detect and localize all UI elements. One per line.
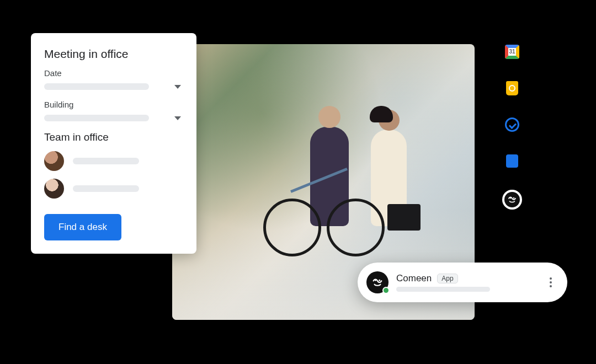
app-name: Comeen xyxy=(396,273,432,284)
placeholder xyxy=(44,83,149,90)
comeen-icon[interactable] xyxy=(502,190,522,210)
date-label: Date xyxy=(44,68,183,78)
avatar xyxy=(44,151,64,171)
building-label: Building xyxy=(44,100,183,109)
comeen-app-avatar xyxy=(366,271,389,293)
contacts-icon[interactable] xyxy=(504,153,520,169)
svg-point-1 xyxy=(513,197,514,199)
presence-dot-icon xyxy=(382,287,390,294)
comeen-chat-pill[interactable]: Comeen App xyxy=(358,263,567,302)
side-panel-rail: 31 xyxy=(501,44,523,210)
team-row xyxy=(44,179,183,199)
meeting-card: Meeting in office Date Building Team in … xyxy=(31,33,196,254)
calendar-icon[interactable]: 31 xyxy=(504,44,520,60)
card-title: Meeting in office xyxy=(44,47,183,61)
building-dropdown[interactable] xyxy=(44,115,183,121)
bag-figure xyxy=(387,204,421,231)
team-heading: Team in office xyxy=(44,131,183,143)
chevron-down-icon xyxy=(174,85,181,89)
placeholder xyxy=(44,115,149,121)
team-row xyxy=(44,151,183,171)
placeholder xyxy=(73,185,139,192)
date-dropdown[interactable] xyxy=(44,83,183,90)
app-badge: App xyxy=(437,274,457,283)
avatar xyxy=(44,179,64,199)
more-options-button[interactable] xyxy=(545,273,556,292)
find-desk-button[interactable]: Find a desk xyxy=(44,214,121,240)
svg-point-0 xyxy=(510,197,511,199)
placeholder xyxy=(73,158,139,164)
chevron-down-icon xyxy=(174,116,181,120)
bicycle-figure xyxy=(269,190,379,256)
keep-icon[interactable] xyxy=(504,81,520,96)
tasks-icon[interactable] xyxy=(504,117,520,132)
svg-point-3 xyxy=(379,280,380,281)
placeholder xyxy=(396,287,490,292)
svg-point-2 xyxy=(375,280,376,281)
